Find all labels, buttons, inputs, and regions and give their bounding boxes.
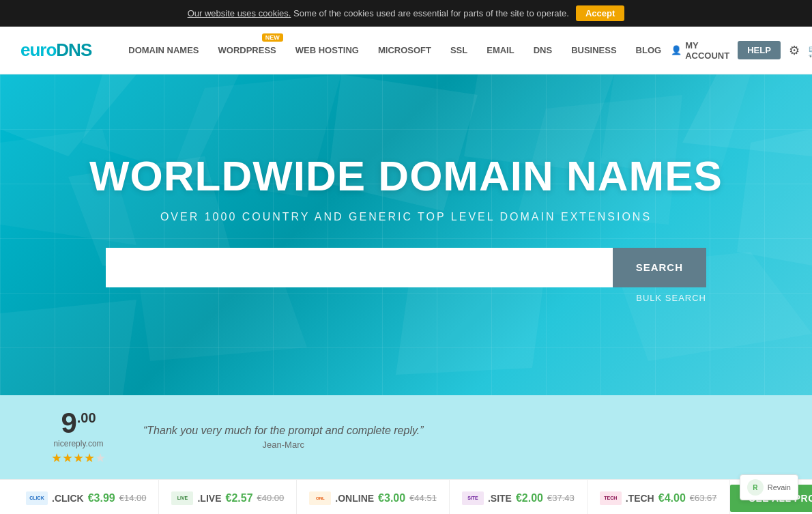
nav-business[interactable]: BUSINESS — [562, 27, 626, 74]
promo-item-live: LIVE .LIVE €2.57 €40.00 — [159, 480, 297, 514]
nav-blog[interactable]: BLOG — [626, 27, 671, 74]
promo-ext-online: .ONLINE — [335, 493, 374, 504]
search-input[interactable] — [106, 248, 613, 287]
hero-title: WORLDWIDE DOMAIN NAMES — [89, 153, 723, 199]
revain-label: Revain — [768, 483, 791, 491]
rating-author: Jean-Marc — [143, 440, 424, 450]
promo-price-live: €2.57 — [226, 492, 253, 504]
help-button[interactable]: HELP — [738, 41, 781, 59]
promo-bar: CLICK .CLICK €3.99 €14.00 LIVE .LIVE €2.… — [0, 479, 812, 514]
nav-ssl[interactable]: SSL — [441, 27, 477, 74]
promo-item-site: SITE .SITE €2.00 €37.43 — [450, 480, 588, 514]
nav-domain-names[interactable]: DOMAIN NAMES — [119, 27, 208, 74]
nav-dns[interactable]: DNS — [524, 27, 562, 74]
promo-icon-site: SITE — [462, 491, 484, 505]
promo-ext-click: .CLICK — [52, 493, 84, 504]
search-bar: SEARCH — [106, 248, 706, 287]
nav-email[interactable]: EMAIL — [477, 27, 523, 74]
rating-quote: “Thank you very much for the prompt and … — [143, 425, 424, 437]
promo-icon-click: CLICK — [26, 491, 48, 505]
promo-orig-tech: €63.67 — [690, 493, 717, 503]
revain-badge: R Revain — [740, 474, 798, 500]
svg-marker-10 — [737, 129, 812, 266]
cookie-bar: Our website uses cookies. Some of the co… — [0, 0, 812, 27]
logo-text: euroDNS — [20, 40, 91, 61]
my-account-label: MY ACCOUNT — [685, 40, 729, 61]
rating-whole: 9 — [61, 407, 76, 439]
bulk-search-link[interactable]: BULK SEARCH — [106, 293, 706, 303]
settings-icon[interactable]: ⚙ — [789, 43, 800, 58]
header-right: 👤 MY ACCOUNT HELP ⚙ 🛒 — [671, 40, 812, 61]
promo-icon-online: ONL — [309, 491, 331, 505]
account-icon: 👤 — [671, 45, 682, 55]
hero-subtitle: OVER 1000 COUNTRY AND GENERIC TOP LEVEL … — [160, 211, 652, 223]
search-button[interactable]: SEARCH — [613, 248, 706, 287]
logo[interactable]: euroDNS — [20, 40, 91, 61]
my-account-link[interactable]: 👤 MY ACCOUNT — [671, 40, 729, 61]
hero-background-svg — [0, 74, 812, 395]
promo-ext-tech: .TECH — [626, 493, 654, 504]
promo-price-online: €3.00 — [378, 492, 405, 504]
cookie-link[interactable]: Our website uses cookies. — [188, 8, 291, 18]
rating-stars: ★★★★★ — [51, 451, 106, 466]
svg-marker-14 — [0, 300, 136, 395]
promo-item-click: CLICK .CLICK €3.99 €14.00 — [14, 480, 159, 514]
promo-icon-live: LIVE — [171, 491, 193, 505]
cookie-message: Our website uses cookies. Some of the co… — [188, 8, 569, 18]
nav-wordpress[interactable]: WORDPRESS NEW — [209, 27, 286, 74]
promo-ext-live: .LIVE — [197, 493, 221, 504]
promo-item-online: ONL .ONLINE €3.00 €44.51 — [297, 480, 450, 514]
promo-orig-live: €40.00 — [257, 493, 285, 503]
header: euroDNS DOMAIN NAMES WORDPRESS NEW WEB H… — [0, 27, 812, 74]
nav-web-hosting[interactable]: WEB HOSTING — [286, 27, 368, 74]
rating-section: 9.00 nicereply.com ★★★★★ “Thank you very… — [0, 395, 812, 479]
rating-number: 9.00 — [61, 409, 96, 438]
promo-ext-site: .SITE — [488, 493, 512, 504]
promo-orig-site: €37.43 — [547, 493, 575, 503]
rating-quote-block: “Thank you very much for the prompt and … — [143, 425, 424, 450]
main-nav: DOMAIN NAMES WORDPRESS NEW WEB HOSTING M… — [119, 27, 671, 74]
rating-score-block: 9.00 nicereply.com ★★★★★ — [41, 409, 116, 466]
cookie-accept-button[interactable]: Accept — [576, 5, 624, 21]
svg-marker-6 — [682, 74, 812, 156]
cookie-message-rest: Some of the cookies used are essential f… — [291, 8, 569, 18]
promo-price-site: €2.00 — [516, 492, 543, 504]
promo-price-click: €3.99 — [88, 492, 115, 504]
rating-source: nicereply.com — [53, 439, 103, 448]
promo-item-tech: TECH .TECH €4.00 €63.67 — [588, 480, 730, 514]
hero-section: WORLDWIDE DOMAIN NAMES OVER 1000 COUNTRY… — [0, 74, 812, 395]
new-badge: NEW — [262, 33, 283, 42]
revain-logo: R — [747, 479, 764, 496]
cart-icon[interactable]: 🛒 — [808, 43, 812, 58]
promo-price-tech: €4.00 — [658, 492, 686, 504]
rating-decimal: .00 — [77, 410, 96, 425]
svg-marker-0 — [0, 74, 136, 156]
nav-microsoft[interactable]: MICROSOFT — [368, 27, 441, 74]
promo-orig-click: €14.00 — [119, 493, 147, 503]
promo-icon-tech: TECH — [600, 491, 622, 505]
promo-orig-online: €44.51 — [409, 493, 437, 503]
